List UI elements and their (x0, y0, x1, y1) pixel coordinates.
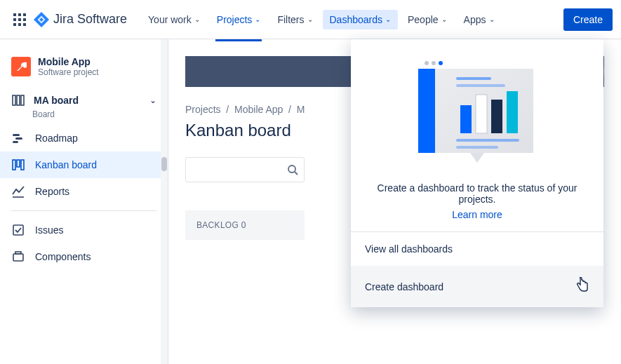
dashboard-illustration (414, 56, 540, 168)
sidebar-components[interactable]: Components (0, 243, 168, 270)
svg-rect-10 (17, 95, 20, 105)
wrench-icon (15, 61, 27, 72)
nav-projects[interactable]: Projects ⌄ (210, 10, 268, 29)
svg-rect-11 (21, 95, 24, 105)
svg-rect-13 (15, 137, 22, 140)
svg-point-22 (288, 166, 295, 173)
view-all-dashboards[interactable]: View all dashboards (351, 232, 603, 266)
svg-rect-21 (15, 252, 21, 254)
nav-label: Apps (464, 14, 486, 25)
svg-point-24 (425, 61, 429, 65)
svg-rect-17 (21, 160, 24, 170)
popover-item-label: View all dashboards (365, 243, 453, 255)
svg-rect-9 (13, 95, 15, 105)
svg-rect-37 (456, 146, 498, 149)
grid-icon (13, 13, 27, 27)
jira-logo[interactable]: Jira Software (34, 12, 127, 27)
nav-label: Filters (277, 14, 304, 25)
nav-label: People (408, 14, 439, 25)
sidebar-scrollbar[interactable] (161, 39, 168, 364)
svg-rect-31 (456, 84, 505, 87)
breadcrumb-board[interactable]: M (297, 104, 305, 115)
svg-rect-15 (13, 160, 15, 170)
jira-logo-icon (34, 12, 49, 27)
svg-rect-3 (13, 18, 16, 21)
project-type: Software project (38, 67, 99, 77)
sidebar-board-selector[interactable]: MA board ⌄ (0, 88, 168, 112)
nav-apps[interactable]: Apps ⌄ (457, 10, 502, 29)
svg-rect-2 (23, 13, 26, 16)
sidebar-roadmap[interactable]: Roadmap (0, 125, 168, 151)
nav-filters[interactable]: Filters ⌄ (270, 10, 319, 29)
svg-rect-33 (476, 95, 487, 133)
svg-rect-12 (13, 134, 20, 136)
svg-point-25 (432, 61, 436, 65)
sidebar-label: Components (35, 251, 91, 262)
nav-people[interactable]: People ⌄ (401, 10, 454, 29)
chevron-down-icon: ⌄ (307, 15, 313, 23)
scrollbar-thumb[interactable] (161, 157, 167, 171)
sidebar-kanban[interactable]: Kanban board (0, 151, 168, 178)
kanban-icon (11, 159, 25, 171)
svg-rect-7 (18, 23, 21, 26)
nav-label: Dashboards (330, 14, 383, 25)
svg-line-23 (295, 172, 298, 175)
svg-rect-4 (18, 18, 21, 21)
popover-hero: Create a dashboard to track the status o… (351, 39, 603, 232)
reports-icon (11, 185, 25, 198)
nav-label: Projects (217, 14, 253, 25)
popover-description: Create a dashboard to track the status o… (365, 182, 589, 205)
dashboards-dropdown: Create a dashboard to track the status o… (351, 39, 603, 307)
svg-rect-5 (23, 18, 26, 21)
sidebar-reports[interactable]: Reports (0, 178, 168, 205)
create-dashboard[interactable]: Create dashboard (351, 266, 603, 307)
create-button[interactable]: Create (563, 8, 613, 31)
svg-rect-8 (23, 23, 26, 26)
column-header-backlog: BACKLOG 0 (185, 210, 305, 240)
nav-dashboards[interactable]: Dashboards ⌄ (323, 10, 399, 29)
nav-label: Your work (148, 14, 192, 25)
project-avatar (11, 57, 31, 76)
chevron-down-icon: ⌄ (149, 95, 156, 105)
svg-rect-16 (17, 160, 20, 167)
popover-item-label: Create dashboard (365, 281, 443, 292)
create-label: Create (573, 14, 603, 25)
svg-rect-30 (456, 77, 491, 80)
breadcrumb-projects[interactable]: Projects (185, 104, 221, 115)
board-search-input[interactable] (185, 157, 305, 182)
sidebar-label: Roadmap (35, 133, 78, 144)
cursor-hand-icon (575, 277, 589, 296)
svg-rect-34 (491, 100, 502, 133)
chevron-down-icon: ⌄ (255, 15, 260, 23)
svg-rect-14 (13, 141, 18, 143)
issues-icon (11, 224, 25, 236)
sidebar-label: Issues (35, 224, 63, 236)
components-icon (11, 250, 25, 263)
nav-your-work[interactable]: Your work ⌄ (141, 10, 207, 29)
svg-rect-0 (13, 13, 16, 16)
svg-marker-38 (470, 153, 484, 163)
chevron-down-icon: ⌄ (194, 15, 200, 23)
chevron-down-icon: ⌄ (441, 15, 447, 23)
product-name: Jira Software (53, 12, 127, 27)
sidebar: Mobile App Software project MA board ⌄ B… (0, 39, 168, 364)
svg-rect-32 (460, 105, 472, 133)
sidebar-issues[interactable]: Issues (0, 217, 168, 243)
sidebar-label: Kanban board (35, 159, 97, 170)
svg-rect-20 (13, 254, 23, 261)
search-icon (287, 164, 298, 175)
svg-rect-36 (456, 139, 519, 142)
svg-rect-35 (507, 91, 518, 133)
learn-more-link[interactable]: Learn more (365, 209, 589, 220)
roadmap-icon (11, 132, 25, 144)
breadcrumb-project[interactable]: Mobile App (234, 104, 283, 115)
board-icon (11, 94, 25, 107)
chevron-down-icon: ⌄ (385, 15, 391, 23)
sidebar-label: Reports (35, 186, 69, 197)
svg-point-26 (439, 61, 443, 65)
chevron-down-icon: ⌄ (489, 15, 495, 23)
project-header[interactable]: Mobile App Software project (0, 56, 168, 88)
svg-rect-27 (418, 69, 435, 153)
svg-rect-1 (18, 13, 21, 16)
app-switcher-icon[interactable] (8, 8, 31, 31)
